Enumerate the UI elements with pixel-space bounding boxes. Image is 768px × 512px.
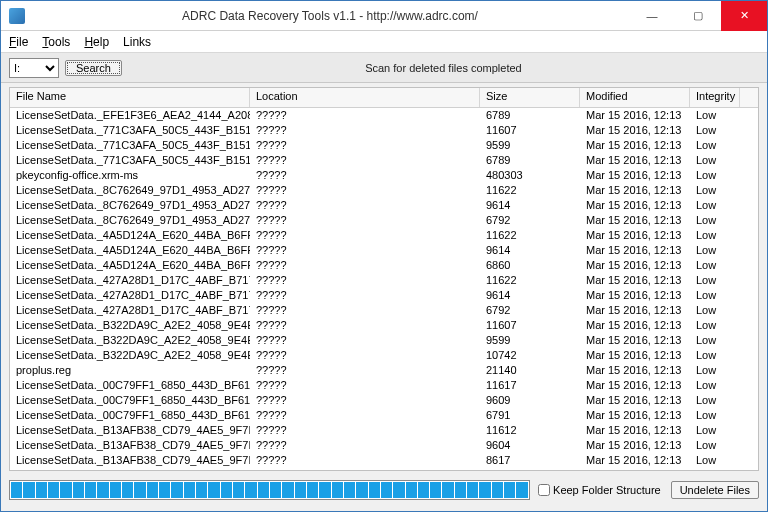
header-location[interactable]: Location [250,88,480,107]
cell-size: 6789 [480,108,580,123]
header-modified[interactable]: Modified [580,88,690,107]
cell-size: 8617 [480,453,580,468]
table-row[interactable]: LicenseSetData._00C79FF1_6850_443D_BF61.… [10,408,758,423]
rows-container[interactable]: LicenseSetData._EFE1F3E6_AEA2_4144_A208.… [10,108,758,470]
cell-location: ????? [250,108,480,123]
keep-folder-label: Keep Folder Structure [553,484,661,496]
cell-modified: Mar 15 2016, 12:13 [580,228,690,243]
cell-size: 11617 [480,378,580,393]
keep-folder-input[interactable] [538,484,550,496]
table-row[interactable]: LicenseSetData._B13AFB38_CD79_4AE5_9F7F.… [10,438,758,453]
cell-size: 6791 [480,408,580,423]
cell-modified: Mar 15 2016, 12:13 [580,408,690,423]
cell-size: 9614 [480,198,580,213]
table-row[interactable]: proplus.reg?????21140Mar 15 2016, 12:13L… [10,363,758,378]
cell-modified: Mar 15 2016, 12:13 [580,273,690,288]
cell-size: 9614 [480,243,580,258]
table-row[interactable]: LicenseSetData._771C3AFA_50C5_443F_B151.… [10,153,758,168]
menu-links[interactable]: Links [123,35,151,49]
cell-integrity: Low [690,168,740,183]
header-integrity[interactable]: Integrity [690,88,740,107]
search-button[interactable]: Search [65,60,122,76]
cell-location: ????? [250,378,480,393]
table-row[interactable]: LicenseSetData._771C3AFA_50C5_443F_B151.… [10,123,758,138]
progress-block [319,482,330,498]
progress-block [467,482,478,498]
table-row[interactable]: LicenseSetData._427A28D1_D17C_4ABF_B717.… [10,288,758,303]
titlebar[interactable]: ADRC Data Recovery Tools v1.1 - http://w… [1,1,767,31]
table-row[interactable]: LicenseSetData._771C3AFA_50C5_443F_B151.… [10,138,758,153]
cell-filename: LicenseSetData._8C762649_97D1_4953_AD27.… [10,213,250,228]
cell-integrity: Low [690,198,740,213]
table-row[interactable]: LicenseSetData._8C762649_97D1_4953_AD27.… [10,183,758,198]
table-row[interactable]: LicenseSetData._8C762649_97D1_4953_AD27.… [10,198,758,213]
cell-modified: Mar 15 2016, 12:13 [580,108,690,123]
menu-file[interactable]: File [9,35,28,49]
progress-block [147,482,158,498]
table-row[interactable]: LicenseSetData._4A5D124A_E620_44BA_B6FF.… [10,228,758,243]
table-row[interactable]: LicenseSetData._B13AFB38_CD79_4AE5_9F7F.… [10,423,758,438]
undelete-button[interactable]: Undelete Files [671,481,759,499]
table-row[interactable]: LicenseSetData._427A28D1_D17C_4ABF_B717.… [10,273,758,288]
table-row[interactable]: pkeyconfig-office.xrm-ms?????480303Mar 1… [10,168,758,183]
close-button[interactable]: ✕ [721,1,767,31]
table-row[interactable]: LicenseSetData._B322DA9C_A2E2_4058_9E4E.… [10,318,758,333]
table-row[interactable]: LicenseSetData._4A5D124A_E620_44BA_B6FF.… [10,258,758,273]
progress-block [430,482,441,498]
table-row[interactable]: LicenseSetData._B322DA9C_A2E2_4058_9E4E.… [10,333,758,348]
cell-size: 10742 [480,348,580,363]
cell-integrity: Low [690,348,740,363]
cell-size: 6792 [480,213,580,228]
header-size[interactable]: Size [480,88,580,107]
table-row[interactable]: LicenseSetData._B322DA9C_A2E2_4058_9E4E.… [10,348,758,363]
cell-size: 480303 [480,168,580,183]
maximize-button[interactable]: ▢ [675,1,721,31]
cell-filename: LicenseSetData._B13AFB38_CD79_4AE5_9F7F.… [10,423,250,438]
app-icon [9,8,25,24]
menu-tools[interactable]: Tools [42,35,70,49]
keep-folder-checkbox[interactable]: Keep Folder Structure [538,484,661,496]
table-row[interactable]: LicenseSetData._00C79FF1_6850_443D_BF61.… [10,393,758,408]
cell-location: ????? [250,228,480,243]
header-filename[interactable]: File Name [10,88,250,107]
menu-help[interactable]: Help [84,35,109,49]
table-row[interactable]: LicenseSetData._E13AC10E_75D0_4AFF_A0C..… [10,468,758,470]
progress-block [381,482,392,498]
bottom-bar: Keep Folder Structure Undelete Files [9,475,759,505]
cell-integrity: Low [690,408,740,423]
progress-block [344,482,355,498]
cell-location: ????? [250,183,480,198]
progress-block [23,482,34,498]
table-row[interactable]: LicenseSetData._427A28D1_D17C_4ABF_B717.… [10,303,758,318]
cell-filename: LicenseSetData._771C3AFA_50C5_443F_B151.… [10,138,250,153]
cell-size: 11612 [480,468,580,470]
table-row[interactable]: LicenseSetData._EFE1F3E6_AEA2_4144_A208.… [10,108,758,123]
cell-modified: Mar 15 2016, 12:13 [580,303,690,318]
progress-block [196,482,207,498]
progress-block [208,482,219,498]
cell-modified: Mar 15 2016, 12:13 [580,363,690,378]
progress-block [184,482,195,498]
cell-size: 9604 [480,438,580,453]
cell-location: ????? [250,168,480,183]
table-row[interactable]: LicenseSetData._B13AFB38_CD79_4AE5_9F7F.… [10,453,758,468]
progress-block [60,482,71,498]
cell-filename: proplus.reg [10,363,250,378]
progress-block [73,482,84,498]
progress-block [442,482,453,498]
drive-select[interactable]: I: [9,58,59,78]
cell-size: 9599 [480,333,580,348]
cell-location: ????? [250,423,480,438]
progress-block [11,482,22,498]
table-row[interactable]: LicenseSetData._8C762649_97D1_4953_AD27.… [10,213,758,228]
cell-modified: Mar 15 2016, 12:13 [580,153,690,168]
table-row[interactable]: LicenseSetData._00C79FF1_6850_443D_BF61.… [10,378,758,393]
progress-block [393,482,404,498]
progress-block [282,482,293,498]
cell-size: 11622 [480,228,580,243]
cell-modified: Mar 15 2016, 12:13 [580,378,690,393]
minimize-button[interactable]: — [629,1,675,31]
cell-filename: LicenseSetData._B322DA9C_A2E2_4058_9E4E.… [10,348,250,363]
cell-integrity: Low [690,393,740,408]
table-row[interactable]: LicenseSetData._4A5D124A_E620_44BA_B6FF.… [10,243,758,258]
